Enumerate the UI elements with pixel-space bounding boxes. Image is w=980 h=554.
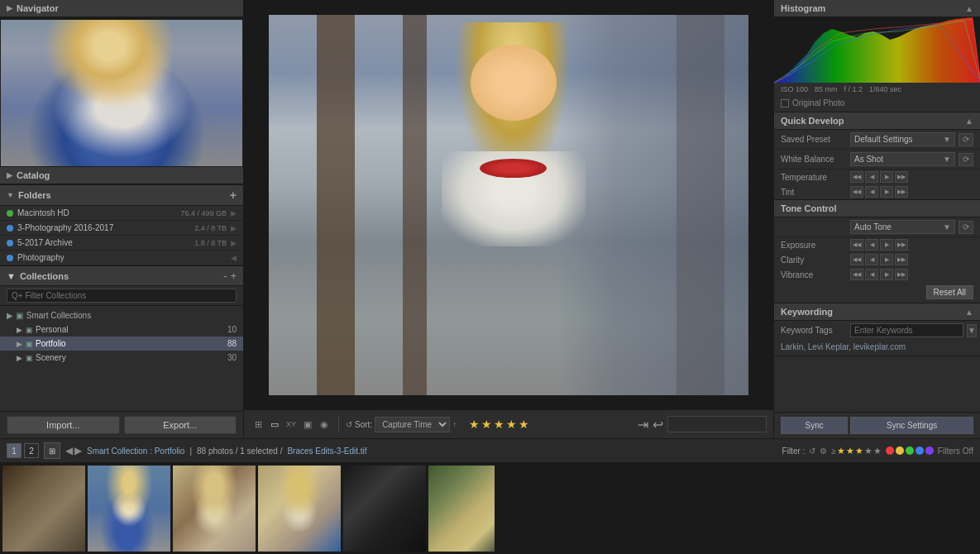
filmstrip-thumb-3[interactable] [173, 466, 256, 552]
filter-settings-icon[interactable]: ⚙ [820, 447, 827, 456]
filmstrip-control[interactable] [667, 416, 767, 432]
star-2[interactable]: ★ [481, 418, 492, 431]
collections-filter-input[interactable] [7, 289, 237, 303]
filmstrip-thumb-6[interactable] [428, 466, 495, 552]
star-4[interactable]: ★ [506, 418, 517, 431]
tone-control-arrow[interactable]: ⟳ [958, 221, 973, 234]
white-balance-value[interactable]: As Shot ▼ [850, 152, 955, 166]
folder-item-photography2016[interactable]: 3-Photography 2016-2017 2.4 / 8 TB ▶ [0, 221, 243, 236]
collections-minus-button[interactable]: - [223, 270, 227, 282]
vibrance-btn-2[interactable]: ◀ [865, 269, 878, 280]
collection-item-personal[interactable]: ▶ ▣ Personal 10 [0, 322, 243, 337]
tint-btn-3[interactable]: ▶ [880, 186, 893, 198]
folder-item-archive2017[interactable]: 5-2017 Archive 1.8 / 8 TB ▶ [0, 236, 243, 251]
filter-star-3[interactable]: ★ [855, 446, 863, 456]
exposure-btn-1[interactable]: ◀◀ [850, 239, 863, 251]
star-1[interactable]: ★ [469, 418, 480, 431]
filter-star-2[interactable]: ★ [846, 446, 854, 456]
tone-control-header[interactable]: Tone Control [774, 200, 980, 217]
clarity-btn-2[interactable]: ◀ [865, 254, 878, 265]
sort-select[interactable]: Capture Time Added Order Edit Time [375, 417, 450, 432]
loupe-view-icon[interactable]: ▭ [267, 417, 282, 432]
filter-star-5[interactable]: ★ [873, 446, 882, 456]
prev-arrow[interactable]: ◀ [65, 445, 73, 456]
exposure-btn-2[interactable]: ◀ [865, 239, 878, 251]
flag-icon[interactable]: ⇥ [638, 417, 648, 432]
color-dot-green[interactable] [906, 447, 914, 455]
import-button[interactable]: Import... [7, 416, 120, 434]
folders-header[interactable]: ▼ Folders + [0, 185, 243, 206]
keywording-header[interactable]: Keywording ▲ [774, 303, 980, 321]
filmstrip-thumb-5[interactable] [343, 466, 426, 552]
compare-view-icon[interactable]: XY [284, 417, 299, 432]
histogram-header[interactable]: Histogram ▲ [774, 0, 980, 17]
filmstrip-thumb-4[interactable] [258, 466, 341, 552]
keywording-collapse-icon[interactable]: ▲ [965, 308, 973, 317]
filmstrip-toggle-icon[interactable]: ⊞ [44, 442, 60, 459]
filter-refresh-icon[interactable]: ↺ [809, 447, 815, 456]
clarity-btn-3[interactable]: ▶ [880, 254, 893, 265]
color-dot-red[interactable] [886, 447, 894, 455]
grid-view-icon[interactable]: ⊞ [251, 417, 265, 432]
star-3[interactable]: ★ [494, 418, 504, 431]
color-dot-yellow[interactable] [896, 447, 904, 455]
saved-preset-value[interactable]: Default Settings ▼ [850, 132, 955, 146]
filmstrip-thumb-2[interactable] [88, 466, 170, 552]
temp-btn-1[interactable]: ◀◀ [850, 171, 863, 183]
filter-star-4[interactable]: ★ [864, 446, 872, 456]
quick-develop-header[interactable]: Quick Develop ▲ [774, 112, 980, 130]
collection-item-scenery[interactable]: ▶ ▣ Scenery 30 [0, 351, 243, 365]
smart-collections-header[interactable]: ▶ ▣ Smart Collections [0, 308, 243, 322]
clarity-btn-1[interactable]: ◀◀ [850, 254, 863, 265]
tint-btn-4[interactable]: ▶▶ [895, 186, 908, 198]
collections-header[interactable]: ▼ Collections - + [0, 266, 243, 286]
clarity-btn-4[interactable]: ▶▶ [895, 254, 908, 265]
folder-item-macintosh[interactable]: Macintosh HD 76.4 / 499 GB ▶ [0, 206, 243, 221]
white-balance-arrow[interactable]: ⟳ [958, 153, 973, 166]
color-dot-blue[interactable] [915, 447, 924, 455]
export-button[interactable]: Export... [124, 416, 237, 434]
star-5[interactable]: ★ [519, 418, 529, 431]
keyword-tags-chevron[interactable]: ▼ [967, 324, 977, 337]
sync-settings-button[interactable]: Sync Settings [850, 417, 973, 434]
reset-all-button[interactable]: Reset All [926, 285, 973, 299]
saved-preset-arrow[interactable]: ⟳ [958, 133, 973, 146]
rotate-icon[interactable]: ↺ [346, 420, 352, 429]
survey-view-icon[interactable]: ▣ [300, 417, 315, 432]
filename-link[interactable]: Braces Edits-3-Edit.tif [287, 447, 366, 456]
rotate-right-icon[interactable]: ↩ [653, 417, 663, 432]
folder-item-photography[interactable]: Photography ◀ [0, 251, 243, 265]
tint-btn-1[interactable]: ◀◀ [850, 186, 863, 198]
exposure-btn-3[interactable]: ▶ [880, 239, 893, 251]
temp-btn-3[interactable]: ▶ [880, 171, 893, 183]
folders-add-button[interactable]: + [230, 189, 237, 202]
next-arrow[interactable]: ▶ [74, 445, 82, 456]
filmstrip-thumb-1[interactable] [2, 466, 85, 552]
page-2[interactable]: 2 [24, 443, 39, 458]
tone-control-value[interactable]: Auto Tone ▼ [850, 220, 955, 234]
collections-add-button[interactable]: + [230, 270, 237, 282]
catalog-header[interactable]: ▶ Catalog [0, 167, 243, 184]
temp-btn-2[interactable]: ◀ [865, 171, 878, 183]
page-1[interactable]: 1 [7, 443, 22, 458]
quick-develop-collapse-icon[interactable]: ▲ [965, 117, 973, 126]
vibrance-btn-4[interactable]: ▶▶ [895, 269, 908, 280]
vibrance-btn-3[interactable]: ▶ [880, 269, 893, 280]
filter-star-1[interactable]: ★ [837, 446, 845, 456]
breadcrumb-collection[interactable]: Smart Collection : Portfolio [87, 447, 184, 456]
original-photo-checkbox[interactable] [781, 99, 789, 107]
color-dot-purple[interactable] [925, 447, 934, 455]
temp-btn-4[interactable]: ▶▶ [895, 171, 908, 183]
exposure-btn-4[interactable]: ▶▶ [895, 239, 908, 251]
navigator-header[interactable]: ▶ Navigator [0, 0, 243, 17]
people-view-icon[interactable]: ◉ [317, 417, 332, 432]
vibrance-btn-1[interactable]: ◀◀ [850, 269, 863, 280]
keyword-tags-input[interactable] [850, 323, 963, 337]
sync-button[interactable]: Sync [781, 417, 848, 434]
sort-direction-icon[interactable]: ↑ [452, 420, 457, 429]
collection-item-portfolio[interactable]: ▶ ▣ Portfolio 88 [0, 337, 243, 351]
collections-title: Collections [20, 271, 69, 281]
filmstrip-thumb-4-inner [258, 466, 341, 552]
tint-btn-2[interactable]: ◀ [865, 186, 878, 198]
histogram-expand-icon[interactable]: ▲ [965, 4, 973, 13]
